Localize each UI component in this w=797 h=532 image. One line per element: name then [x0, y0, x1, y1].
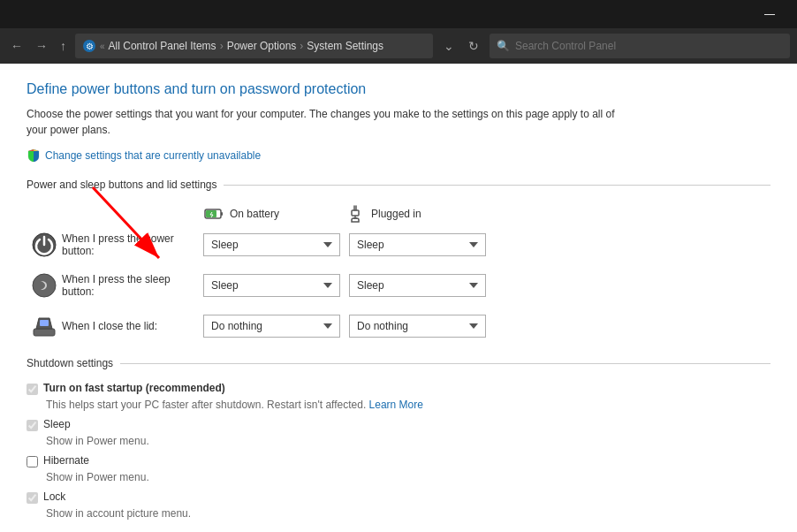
forward-button[interactable]: → — [32, 35, 51, 57]
section1-title: Power and sleep buttons and lid settings — [27, 179, 216, 191]
shutdown-section: Shutdown settings Turn on fast startup (… — [27, 357, 770, 520]
power-icon-area — [27, 232, 62, 258]
up-button[interactable]: ↑ — [57, 35, 70, 57]
power-button-row: When I press the power button: Sleep Do … — [27, 232, 770, 258]
power-button-icon — [31, 232, 57, 258]
svg-rect-12 — [40, 320, 49, 326]
sleep-plugged-dropdown[interactable]: Sleep Do nothing Hibernate Shut down — [349, 274, 486, 297]
power-plugged-dropdown[interactable]: Sleep Do nothing Hibernate Shut down Tur… — [349, 233, 486, 256]
col-on-battery: On battery — [203, 203, 345, 224]
col-plugged-in: Plugged in — [345, 203, 486, 224]
lock-checkbox[interactable] — [27, 492, 38, 504]
svg-point-10 — [33, 274, 56, 297]
breadcrumb-all-items[interactable]: All Control Panel Items — [109, 40, 216, 52]
lock-row: Lock — [27, 490, 770, 504]
breadcrumb-back-icon[interactable]: « — [100, 42, 105, 51]
hibernate-checkbox[interactable] — [27, 456, 38, 467]
lid-plugged-dropdown[interactable]: Do nothing Sleep Hibernate Shut down Tur… — [349, 315, 486, 338]
svg-rect-6 — [221, 212, 223, 216]
back-button[interactable]: ← — [7, 35, 27, 57]
sleep-button-icon — [31, 272, 57, 299]
breadcrumb-sep2: › — [300, 40, 303, 52]
hibernate-sublabel: Show in Power menu. — [46, 471, 770, 483]
lid-row: When I close the lid: Do nothing Sleep H… — [27, 313, 770, 339]
plug-icon — [345, 203, 366, 224]
svg-text:⚙: ⚙ — [86, 42, 94, 51]
search-icon: 🔍 — [497, 40, 510, 52]
hibernate-label: Hibernate — [43, 454, 89, 467]
section1-line — [224, 185, 770, 186]
breadcrumb-sep1: › — [220, 40, 224, 52]
fast-startup-label: Turn on fast startup (recommended) — [43, 382, 225, 394]
nav-controls: ⌄ ↻ — [438, 35, 484, 57]
lid-battery-dropdown[interactable]: Do nothing Sleep Hibernate Shut down Tur… — [203, 315, 340, 338]
power-battery-dropdown[interactable]: Sleep Do nothing Hibernate Shut down Tur… — [203, 233, 340, 256]
sleep-icon-area — [27, 272, 62, 299]
lid-battery-dropdown-cell: Do nothing Sleep Hibernate Shut down Tur… — [203, 315, 340, 338]
lock-sublabel: Show in account picture menu. — [46, 507, 770, 520]
page-description: Choose the power settings that you want … — [27, 106, 627, 138]
titlebar: — — [0, 0, 797, 28]
lid-label: When I close the lid: — [62, 320, 203, 332]
fast-startup-checkbox[interactable] — [27, 384, 38, 395]
col-plugged-in-label: Plugged in — [371, 208, 421, 220]
section2-title: Shutdown settings — [27, 357, 113, 369]
main-content: Define power buttons and turn on passwor… — [0, 64, 797, 532]
learn-more-link[interactable]: Learn More — [369, 399, 423, 411]
section2-line — [120, 363, 770, 364]
shield-icon — [27, 148, 41, 163]
sleep-battery-dropdown-cell: Sleep Do nothing Hibernate Shut down — [203, 274, 340, 297]
sleep-checkbox[interactable] — [27, 420, 38, 431]
sleep-plugged-dropdown-cell: Sleep Do nothing Hibernate Shut down — [349, 274, 486, 297]
breadcrumb: ⚙ « All Control Panel Items › Power Opti… — [75, 34, 433, 58]
search-box: 🔍 — [490, 34, 790, 58]
section1-header: Power and sleep buttons and lid settings — [27, 179, 770, 191]
breadcrumb-system-settings: System Settings — [307, 40, 383, 52]
sleep-sublabel: Show in Power menu. — [46, 435, 770, 447]
table-header-row: On battery Plugged in — [27, 203, 770, 224]
power-button-label: When I press the power button: — [62, 232, 203, 257]
power-plugged-dropdown-cell: Sleep Do nothing Hibernate Shut down Tur… — [349, 233, 486, 256]
sleep-button-label: When I press the sleep button: — [62, 273, 203, 298]
sleep-battery-dropdown[interactable]: Sleep Do nothing Hibernate Shut down — [203, 274, 340, 297]
lid-icon — [31, 313, 57, 339]
page-title: Define power buttons and turn on passwor… — [27, 81, 770, 97]
svg-rect-11 — [34, 329, 55, 336]
minimize-button[interactable]: — — [749, 0, 790, 28]
control-panel-icon: ⚙ — [82, 39, 96, 53]
change-settings-link[interactable]: Change settings that are currently unava… — [27, 148, 261, 163]
sleep-button-row: When I press the sleep button: Sleep Do … — [27, 272, 770, 299]
breadcrumb-power-options[interactable]: Power Options — [227, 40, 297, 52]
addressbar: ← → ↑ ⚙ « All Control Panel Items › Powe… — [0, 28, 797, 64]
svg-rect-7 — [352, 210, 359, 216]
section2-header: Shutdown settings — [27, 357, 770, 369]
fast-startup-row: Turn on fast startup (recommended) — [27, 382, 770, 395]
search-input[interactable] — [515, 40, 783, 52]
lock-label: Lock — [43, 490, 65, 503]
sleep-label: Sleep — [43, 418, 71, 430]
col-on-battery-label: On battery — [230, 208, 279, 220]
lid-icon-area — [27, 313, 62, 339]
lid-plugged-dropdown-cell: Do nothing Sleep Hibernate Shut down Tur… — [349, 315, 486, 338]
sleep-row: Sleep — [27, 418, 770, 431]
settings-table: On battery Plugged in — [27, 203, 770, 339]
fast-startup-sublabel: This helps start your PC faster after sh… — [46, 399, 770, 411]
dropdown-button[interactable]: ⌄ — [438, 35, 459, 57]
battery-icon — [203, 203, 224, 224]
hibernate-row: Hibernate — [27, 454, 770, 467]
change-settings-text: Change settings that are currently unava… — [45, 149, 261, 162]
refresh-button[interactable]: ↻ — [463, 35, 484, 57]
power-battery-dropdown-cell: Sleep Do nothing Hibernate Shut down Tur… — [203, 233, 340, 256]
